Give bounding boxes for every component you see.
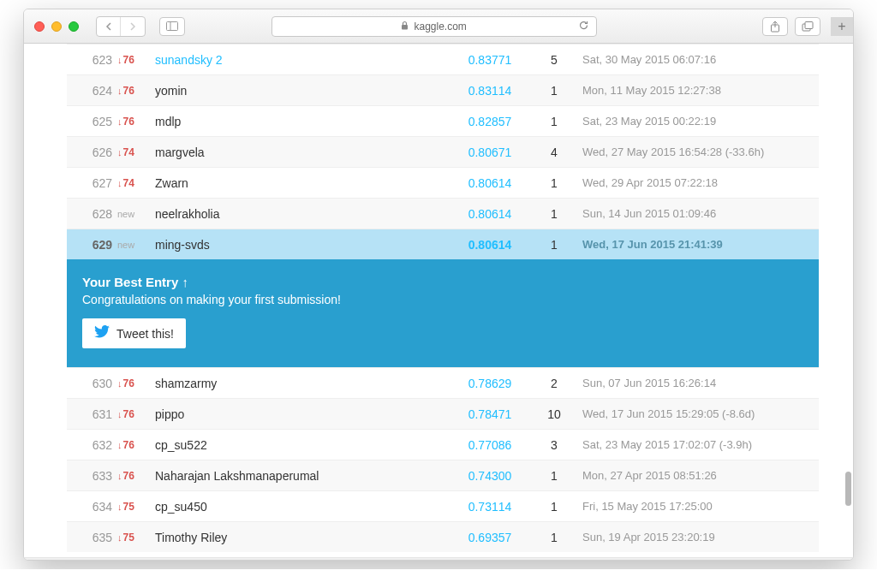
new-badge: new — [117, 209, 134, 219]
share-icon — [770, 21, 780, 33]
arrow-down-icon: ↓ — [117, 502, 122, 512]
callout-subtitle: Congratulations on making your first sub… — [82, 293, 803, 306]
team-cell[interactable]: Zwarn — [155, 176, 447, 190]
leaderboard-row: 624↓76yomin0.831141Mon, 11 May 2015 12:2… — [67, 74, 819, 105]
team-cell[interactable]: mdlp — [155, 115, 447, 128]
share-button[interactable] — [762, 17, 788, 36]
delta-value: 76 — [123, 85, 134, 97]
arrow-down-icon: ↓ — [117, 86, 122, 96]
score-cell: 0.74300 — [447, 469, 533, 483]
delta-cell: ↓74 — [117, 177, 155, 189]
svg-rect-2 — [402, 25, 408, 30]
leaderboard-row: 632↓76cp_su5220.770863Sat, 23 May 2015 1… — [67, 429, 819, 460]
team-cell[interactable]: yomin — [155, 84, 447, 98]
team-cell[interactable]: Naharajan Lakshmanaperumal — [155, 469, 447, 483]
rank-cell: 629 — [70, 238, 117, 252]
timestamp-cell: Sun, 19 Apr 2015 23:20:19 — [576, 531, 815, 543]
best-entry-callout: Your Best Entry ↑ Congratulations on mak… — [67, 259, 819, 367]
timestamp-cell: Fri, 15 May 2015 17:25:00 — [576, 500, 815, 513]
chevron-right-icon — [129, 22, 136, 31]
entries-cell: 4 — [533, 146, 576, 159]
entries-cell: 1 — [533, 207, 576, 221]
delta-value: 76 — [123, 377, 134, 389]
timestamp-cell: Mon, 27 Apr 2015 08:51:26 — [576, 469, 815, 482]
close-window-button[interactable] — [34, 21, 45, 32]
delta-value: 74 — [123, 177, 134, 189]
delta-cell: ↓76 — [117, 54, 155, 66]
team-cell[interactable]: shamzarmy — [155, 377, 447, 390]
rank-cell: 633 — [70, 469, 117, 483]
timestamp-cell: Wed, 29 Apr 2015 07:22:18 — [576, 176, 815, 189]
score-cell: 0.83771 — [447, 53, 533, 67]
leaderboard-row: 625↓76mdlp0.828571Sat, 23 May 2015 00:22… — [67, 105, 819, 136]
score-cell: 0.77086 — [447, 438, 533, 452]
back-button[interactable] — [97, 17, 121, 36]
callout-title: Your Best Entry ↑ — [82, 275, 803, 289]
entries-cell: 1 — [533, 500, 576, 514]
rank-cell: 635 — [70, 531, 117, 544]
tweet-button[interactable]: Tweet this! — [82, 318, 186, 348]
delta-value: 76 — [123, 54, 134, 66]
entries-cell: 1 — [533, 176, 576, 190]
leaderboard-row: 630↓76shamzarmy0.786292Sun, 07 Jun 2015 … — [67, 367, 819, 398]
team-cell[interactable]: pippo — [155, 407, 447, 421]
minimize-window-button[interactable] — [51, 21, 62, 32]
maximize-window-button[interactable] — [69, 21, 79, 32]
tabs-icon — [802, 21, 814, 32]
delta-cell: new — [117, 239, 155, 251]
leaderboard-row: 634↓75cp_su4500.731141Fri, 15 May 2015 1… — [67, 490, 819, 521]
team-cell[interactable]: Timothy Riley — [155, 531, 447, 544]
reload-button[interactable] — [578, 20, 589, 33]
timestamp-cell: Sat, 23 May 2015 17:02:07 (-3.9h) — [576, 438, 815, 451]
sidebar-icon — [166, 21, 178, 31]
score-cell: 0.80671 — [447, 146, 533, 159]
page-content[interactable]: 623↓76sunandsky 20.837715Sat, 30 May 201… — [24, 44, 853, 557]
team-cell[interactable]: neelrakholia — [155, 207, 447, 221]
team-cell[interactable]: margvela — [155, 146, 447, 159]
delta-cell: ↓76 — [117, 85, 155, 97]
timestamp-cell: Mon, 11 May 2015 12:27:38 — [576, 84, 815, 97]
entries-cell: 1 — [533, 84, 576, 98]
lock-icon — [401, 21, 409, 32]
plus-icon: + — [838, 19, 845, 34]
delta-cell: ↓75 — [117, 501, 155, 513]
tabs-button[interactable] — [795, 17, 820, 36]
team-cell[interactable]: cp_su450 — [155, 500, 447, 514]
delta-cell: ↓76 — [117, 439, 155, 451]
rank-cell: 628 — [70, 207, 117, 221]
score-cell: 0.73114 — [447, 500, 533, 514]
team-cell[interactable]: cp_su522 — [155, 438, 447, 452]
entries-cell: 1 — [533, 531, 576, 544]
url-text: kaggle.com — [414, 21, 466, 33]
team-cell[interactable]: sunandsky 2 — [155, 53, 447, 67]
score-cell: 0.80614 — [447, 176, 533, 190]
leaderboard-row-highlighted: 629 new ming-svds 0.80614 1 Wed, 17 Jun … — [67, 229, 819, 259]
entries-cell: 10 — [533, 407, 576, 421]
team-cell[interactable]: ming-svds — [155, 238, 447, 252]
timestamp-cell: Wed, 27 May 2015 16:54:28 (-33.6h) — [576, 146, 815, 158]
arrow-down-icon: ↓ — [117, 471, 122, 481]
arrow-down-icon: ↓ — [117, 178, 122, 188]
arrow-down-icon: ↓ — [117, 440, 122, 450]
delta-value: 76 — [123, 408, 134, 420]
score-cell: 0.83114 — [447, 84, 533, 98]
delta-value: 75 — [123, 532, 134, 543]
delta-cell: new — [117, 208, 155, 220]
arrow-down-icon: ↓ — [117, 378, 122, 389]
entries-cell: 3 — [533, 438, 576, 452]
arrow-down-icon: ↓ — [117, 409, 122, 419]
timestamp-cell: Sat, 30 May 2015 06:07:16 — [576, 53, 815, 66]
score-cell: 0.80614 — [447, 238, 533, 252]
rank-cell: 630 — [70, 377, 117, 390]
new-tab-button[interactable]: + — [831, 17, 853, 36]
delta-value: 75 — [123, 501, 134, 513]
forward-button[interactable] — [121, 17, 145, 36]
window-footer — [24, 557, 853, 560]
address-bar[interactable]: kaggle.com — [271, 16, 597, 37]
sidebar-toggle-button[interactable] — [159, 17, 185, 36]
leaderboard-row: 626↓74margvela0.806714Wed, 27 May 2015 1… — [67, 136, 819, 167]
scrollbar-thumb[interactable] — [845, 472, 851, 506]
rank-cell: 624 — [70, 84, 117, 98]
delta-cell: ↓76 — [117, 377, 155, 389]
timestamp-cell: Wed, 17 Jun 2015 15:29:05 (-8.6d) — [576, 407, 815, 420]
